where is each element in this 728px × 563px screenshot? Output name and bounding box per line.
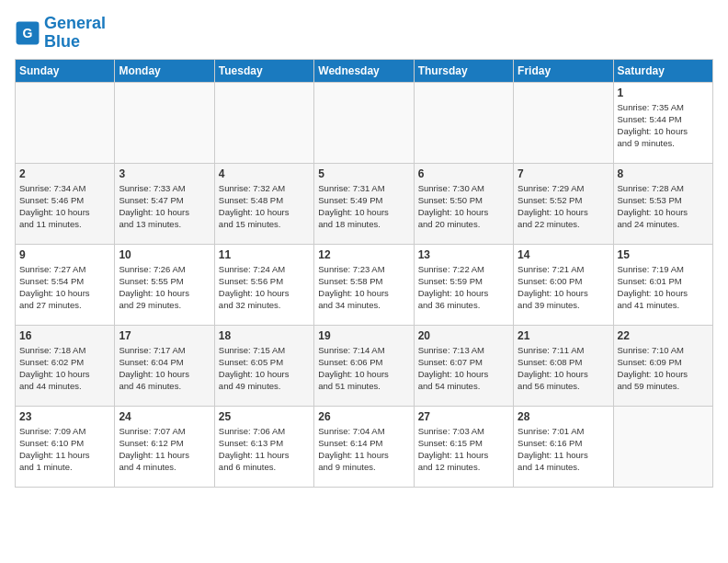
calendar-cell: 7Sunrise: 7:29 AM Sunset: 5:52 PM Daylig…: [514, 163, 613, 244]
day-number: 23: [19, 410, 110, 423]
day-info: Sunrise: 7:31 AM Sunset: 5:49 PM Dayligh…: [318, 182, 409, 231]
page-header: G General Blue: [15, 15, 713, 52]
day-number: 15: [618, 248, 709, 261]
day-info: Sunrise: 7:03 AM Sunset: 6:15 PM Dayligh…: [418, 425, 509, 474]
calendar-cell: 17Sunrise: 7:17 AM Sunset: 6:04 PM Dayli…: [115, 325, 214, 406]
calendar-cell: 20Sunrise: 7:13 AM Sunset: 6:07 PM Dayli…: [414, 325, 513, 406]
col-header-friday: Friday: [514, 59, 613, 82]
day-info: Sunrise: 7:01 AM Sunset: 6:16 PM Dayligh…: [518, 425, 609, 474]
day-number: 3: [119, 167, 210, 180]
col-header-monday: Monday: [115, 59, 214, 82]
calendar-cell: 2Sunrise: 7:34 AM Sunset: 5:46 PM Daylig…: [16, 163, 115, 244]
day-number: 19: [318, 329, 409, 342]
calendar-cell: [514, 82, 613, 163]
day-number: 18: [219, 329, 310, 342]
day-number: 7: [518, 167, 609, 180]
day-info: Sunrise: 7:06 AM Sunset: 6:13 PM Dayligh…: [219, 425, 310, 474]
calendar-cell: 3Sunrise: 7:33 AM Sunset: 5:47 PM Daylig…: [115, 163, 214, 244]
day-info: Sunrise: 7:33 AM Sunset: 5:47 PM Dayligh…: [119, 182, 210, 231]
day-number: 16: [19, 329, 110, 342]
col-header-wednesday: Wednesday: [314, 59, 414, 82]
col-header-saturday: Saturday: [613, 59, 712, 82]
calendar-cell: 15Sunrise: 7:19 AM Sunset: 6:01 PM Dayli…: [613, 244, 712, 325]
calendar-cell: 4Sunrise: 7:32 AM Sunset: 5:48 PM Daylig…: [214, 163, 313, 244]
calendar-cell: [314, 82, 414, 163]
logo-text: General Blue: [44, 15, 106, 52]
calendar-cell: 6Sunrise: 7:30 AM Sunset: 5:50 PM Daylig…: [414, 163, 513, 244]
calendar-cell: 5Sunrise: 7:31 AM Sunset: 5:49 PM Daylig…: [314, 163, 414, 244]
day-info: Sunrise: 7:18 AM Sunset: 6:02 PM Dayligh…: [19, 344, 110, 393]
day-info: Sunrise: 7:07 AM Sunset: 6:12 PM Dayligh…: [119, 425, 210, 474]
calendar-cell: 24Sunrise: 7:07 AM Sunset: 6:12 PM Dayli…: [115, 406, 214, 487]
logo-icon: G: [15, 20, 40, 46]
day-number: 17: [119, 329, 210, 342]
calendar-cell: 28Sunrise: 7:01 AM Sunset: 6:16 PM Dayli…: [514, 406, 613, 487]
day-info: Sunrise: 7:32 AM Sunset: 5:48 PM Dayligh…: [219, 182, 310, 231]
day-number: 5: [318, 167, 409, 180]
calendar-cell: 19Sunrise: 7:14 AM Sunset: 6:06 PM Dayli…: [314, 325, 414, 406]
day-info: Sunrise: 7:10 AM Sunset: 6:09 PM Dayligh…: [618, 344, 709, 393]
calendar-cell: [613, 406, 712, 487]
day-number: 14: [518, 248, 609, 261]
calendar-cell: 23Sunrise: 7:09 AM Sunset: 6:10 PM Dayli…: [16, 406, 115, 487]
day-number: 13: [418, 248, 509, 261]
day-info: Sunrise: 7:21 AM Sunset: 6:00 PM Dayligh…: [518, 263, 609, 312]
day-info: Sunrise: 7:24 AM Sunset: 5:56 PM Dayligh…: [219, 263, 310, 312]
day-number: 20: [418, 329, 509, 342]
day-number: 11: [219, 248, 310, 261]
calendar-cell: 1Sunrise: 7:35 AM Sunset: 5:44 PM Daylig…: [613, 82, 712, 163]
day-info: Sunrise: 7:29 AM Sunset: 5:52 PM Dayligh…: [518, 182, 609, 231]
calendar-cell: 27Sunrise: 7:03 AM Sunset: 6:15 PM Dayli…: [414, 406, 513, 487]
day-info: Sunrise: 7:15 AM Sunset: 6:05 PM Dayligh…: [219, 344, 310, 393]
calendar-cell: [214, 82, 313, 163]
col-header-sunday: Sunday: [16, 59, 115, 82]
day-info: Sunrise: 7:28 AM Sunset: 5:53 PM Dayligh…: [618, 182, 709, 231]
day-number: 1: [618, 86, 709, 99]
calendar-cell: 9Sunrise: 7:27 AM Sunset: 5:54 PM Daylig…: [16, 244, 115, 325]
col-header-thursday: Thursday: [414, 59, 513, 82]
calendar-cell: 8Sunrise: 7:28 AM Sunset: 5:53 PM Daylig…: [613, 163, 712, 244]
day-number: 25: [219, 410, 310, 423]
col-header-tuesday: Tuesday: [214, 59, 313, 82]
day-info: Sunrise: 7:04 AM Sunset: 6:14 PM Dayligh…: [318, 425, 409, 474]
calendar-table: SundayMondayTuesdayWednesdayThursdayFrid…: [15, 59, 713, 488]
calendar-cell: 18Sunrise: 7:15 AM Sunset: 6:05 PM Dayli…: [214, 325, 313, 406]
calendar-cell: 16Sunrise: 7:18 AM Sunset: 6:02 PM Dayli…: [16, 325, 115, 406]
day-number: 9: [19, 248, 110, 261]
svg-text:G: G: [23, 25, 33, 40]
day-info: Sunrise: 7:30 AM Sunset: 5:50 PM Dayligh…: [418, 182, 509, 231]
calendar-cell: 12Sunrise: 7:23 AM Sunset: 5:58 PM Dayli…: [314, 244, 414, 325]
day-info: Sunrise: 7:13 AM Sunset: 6:07 PM Dayligh…: [418, 344, 509, 393]
calendar-cell: 21Sunrise: 7:11 AM Sunset: 6:08 PM Dayli…: [514, 325, 613, 406]
day-number: 22: [618, 329, 709, 342]
day-number: 21: [518, 329, 609, 342]
day-info: Sunrise: 7:34 AM Sunset: 5:46 PM Dayligh…: [19, 182, 110, 231]
day-number: 6: [418, 167, 509, 180]
day-info: Sunrise: 7:17 AM Sunset: 6:04 PM Dayligh…: [119, 344, 210, 393]
day-info: Sunrise: 7:22 AM Sunset: 5:59 PM Dayligh…: [418, 263, 509, 312]
day-info: Sunrise: 7:23 AM Sunset: 5:58 PM Dayligh…: [318, 263, 409, 312]
day-info: Sunrise: 7:26 AM Sunset: 5:55 PM Dayligh…: [119, 263, 210, 312]
calendar-cell: 13Sunrise: 7:22 AM Sunset: 5:59 PM Dayli…: [414, 244, 513, 325]
day-number: 26: [318, 410, 409, 423]
calendar-cell: 10Sunrise: 7:26 AM Sunset: 5:55 PM Dayli…: [115, 244, 214, 325]
day-number: 2: [19, 167, 110, 180]
day-number: 4: [219, 167, 310, 180]
logo: G General Blue: [15, 15, 106, 52]
calendar-cell: 25Sunrise: 7:06 AM Sunset: 6:13 PM Dayli…: [214, 406, 313, 487]
calendar-cell: 22Sunrise: 7:10 AM Sunset: 6:09 PM Dayli…: [613, 325, 712, 406]
calendar-cell: 26Sunrise: 7:04 AM Sunset: 6:14 PM Dayli…: [314, 406, 414, 487]
day-info: Sunrise: 7:14 AM Sunset: 6:06 PM Dayligh…: [318, 344, 409, 393]
calendar-cell: 11Sunrise: 7:24 AM Sunset: 5:56 PM Dayli…: [214, 244, 313, 325]
day-info: Sunrise: 7:27 AM Sunset: 5:54 PM Dayligh…: [19, 263, 110, 312]
day-info: Sunrise: 7:09 AM Sunset: 6:10 PM Dayligh…: [19, 425, 110, 474]
day-number: 10: [119, 248, 210, 261]
day-number: 28: [518, 410, 609, 423]
day-number: 12: [318, 248, 409, 261]
day-info: Sunrise: 7:19 AM Sunset: 6:01 PM Dayligh…: [618, 263, 709, 312]
day-info: Sunrise: 7:35 AM Sunset: 5:44 PM Dayligh…: [618, 101, 709, 150]
calendar-cell: [115, 82, 214, 163]
day-number: 24: [119, 410, 210, 423]
day-number: 27: [418, 410, 509, 423]
day-number: 8: [618, 167, 709, 180]
